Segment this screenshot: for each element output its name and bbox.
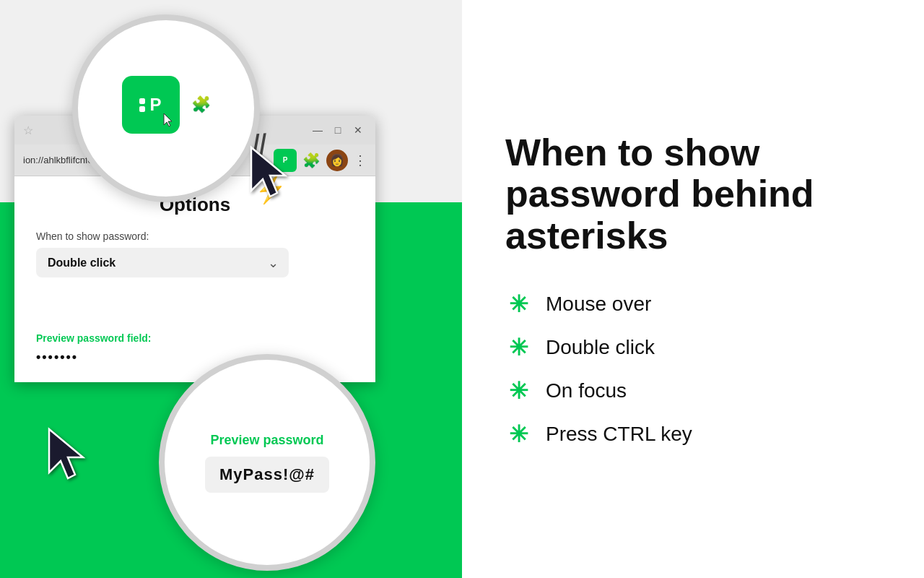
when-to-show-label: When to show password: xyxy=(36,230,354,242)
feature-text-on-focus: On focus xyxy=(546,379,627,402)
minimize-button[interactable]: — xyxy=(309,121,326,139)
magnifier-bottom-content: Preview password MyPass!@# xyxy=(198,426,336,500)
left-panel: P 🧩 //⚡ ☆ xyxy=(0,0,462,578)
bullet-mouse-over: ✳ xyxy=(505,293,531,316)
feature-text-double-click: Double click xyxy=(546,336,655,359)
extension-icon-zoomed: P xyxy=(122,76,180,134)
feature-item-ctrl-key: ✳ Press CTRL key xyxy=(505,423,881,446)
magnifier-top: P 🧩 xyxy=(72,14,260,202)
feature-text-ctrl-key: Press CTRL key xyxy=(546,423,692,446)
window-controls: — □ ✕ xyxy=(309,121,367,139)
feature-item-mouse-over: ✳ Mouse over xyxy=(505,293,881,316)
main-title: When to show password behind asterisks xyxy=(505,132,881,256)
bullet-ctrl-key: ✳ xyxy=(505,423,531,446)
feature-list: ✳ Mouse over ✳ Double click ✳ On focus ✳… xyxy=(505,293,881,446)
magnifier-bottom: Preview password MyPass!@# xyxy=(159,354,375,571)
close-button[interactable]: ✕ xyxy=(349,121,367,139)
user-avatar[interactable]: 👩 xyxy=(326,150,348,171)
cursor-bottom xyxy=(43,426,94,491)
preview-label: Preview password field: xyxy=(36,332,354,344)
menu-icon[interactable]: ⋮ xyxy=(354,152,367,168)
revealed-password: MyPass!@# xyxy=(205,457,329,493)
dropdown-wrapper: Double click Mouse over On focus Press C… xyxy=(36,248,289,277)
bullet-double-click: ✳ xyxy=(505,336,531,359)
bullet-on-focus: ✳ xyxy=(505,379,531,402)
show-password-dropdown[interactable]: Double click Mouse over On focus Press C… xyxy=(36,248,289,277)
star-icon: ☆ xyxy=(23,124,33,137)
cursor-top xyxy=(245,144,296,210)
extensions-icon[interactable]: 🧩 xyxy=(302,152,321,169)
feature-item-double-click: ✳ Double click xyxy=(505,336,881,359)
feature-item-on-focus: ✳ On focus xyxy=(505,379,881,402)
maximize-button[interactable]: □ xyxy=(329,121,346,139)
puzzle-piece-icon: 🧩 xyxy=(191,95,211,113)
options-panel: Options When to show password: Double cl… xyxy=(14,176,375,321)
preview-password-label: Preview password xyxy=(205,433,329,448)
right-panel: When to show password behind asterisks ✳… xyxy=(462,0,924,578)
feature-text-mouse-over: Mouse over xyxy=(546,293,651,316)
magnifier-top-content: P 🧩 xyxy=(122,76,211,141)
